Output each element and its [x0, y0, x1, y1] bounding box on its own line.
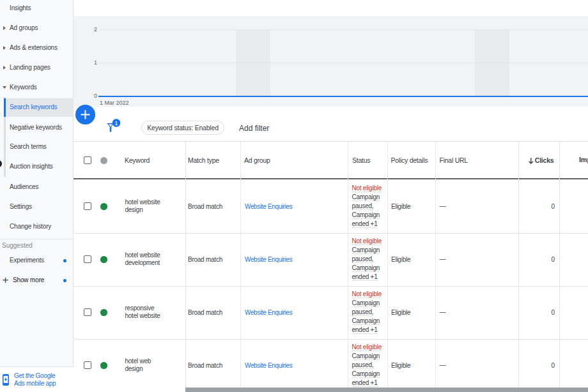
svg-text:1: 1	[114, 119, 118, 126]
